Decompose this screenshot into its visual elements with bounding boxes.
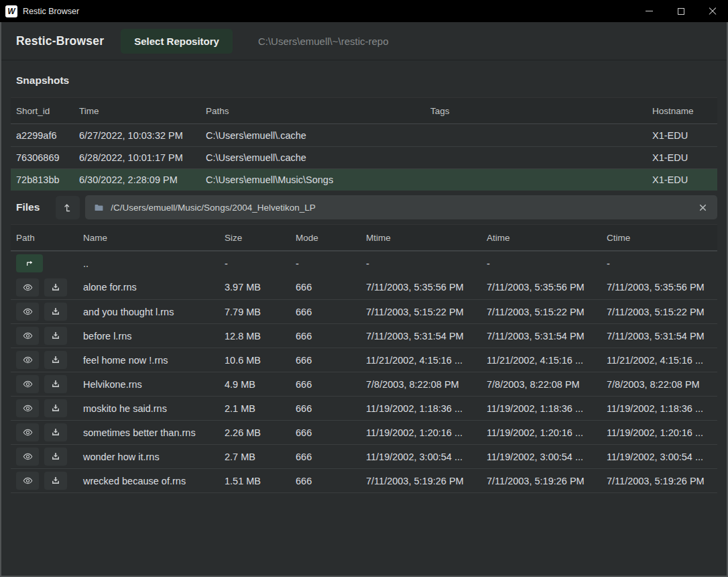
snapshot-hostname: X1-EDU: [647, 130, 717, 141]
file-row[interactable]: Helvikone.rns 4.9 MB 666 7/8/2003, 8:22:…: [11, 372, 717, 396]
download-file-button[interactable]: [44, 303, 67, 321]
file-atime: -: [481, 258, 601, 269]
file-mtime: 11/19/2002, 3:00:54 ...: [361, 452, 481, 462]
file-row[interactable]: wonder how it.rns 2.7 MB 666 11/19/2002,…: [11, 444, 717, 468]
page-title: Restic-Browser: [16, 34, 104, 48]
file-mtime: 7/11/2003, 5:31:54 PM: [361, 331, 481, 342]
view-file-button[interactable]: [16, 303, 39, 321]
file-ctime: -: [601, 258, 717, 269]
download-icon: [50, 476, 61, 486]
file-mode: 666: [290, 476, 361, 486]
snapshot-short-id: 72b813bb: [11, 174, 74, 185]
file-mtime: 7/11/2003, 5:19:26 PM: [361, 476, 481, 486]
download-file-button[interactable]: [44, 351, 67, 369]
file-ctime: 11/21/2002, 4:15:16 ...: [601, 355, 717, 366]
download-icon: [50, 403, 61, 413]
download-file-button[interactable]: [44, 375, 67, 393]
up-directory-button[interactable]: [56, 196, 80, 219]
file-ctime: 7/11/2003, 5:15:22 PM: [601, 307, 717, 317]
download-icon: [50, 379, 61, 389]
snapshot-time: 6/28/2022, 10:01:17 PM: [74, 152, 200, 163]
download-icon: [50, 452, 61, 462]
view-file-button[interactable]: [16, 423, 39, 441]
files-section-title: Files: [16, 201, 40, 213]
clear-path-button[interactable]: [696, 201, 709, 214]
current-path-value: /C/Users/emuell/Music/Songs/2004_Helveti…: [111, 203, 696, 213]
select-repository-button[interactable]: Select Repository: [121, 29, 233, 54]
column-header-time: Time: [74, 106, 200, 116]
minimize-button[interactable]: [633, 0, 665, 22]
view-file-button[interactable]: [16, 375, 39, 393]
file-row[interactable]: sometimes better than.rns 2.26 MB 666 11…: [11, 420, 717, 444]
snapshot-row[interactable]: 76306869 6/28/2022, 10:01:17 PM C:\Users…: [11, 146, 717, 168]
file-row[interactable]: before l.rns 12.8 MB 666 7/11/2003, 5:31…: [11, 323, 717, 348]
navigate-parent-button[interactable]: [16, 254, 43, 272]
files-bar: Files /C/Users/emuell/Music/Songs/2004_H…: [1, 191, 727, 224]
file-row[interactable]: and you thought l.rns 7.79 MB 666 7/11/2…: [11, 299, 717, 323]
file-size: 4.9 MB: [219, 379, 290, 390]
snapshot-time: 6/27/2022, 10:03:32 PM: [74, 130, 200, 141]
file-atime: 7/8/2003, 8:22:08 PM: [481, 379, 601, 390]
file-atime: 11/19/2002, 3:00:54 ...: [481, 452, 601, 462]
file-mode: 666: [290, 307, 361, 317]
file-row[interactable]: feel home now !.rns 10.6 MB 666 11/21/20…: [11, 348, 717, 372]
file-name: ..: [78, 258, 219, 269]
view-file-button[interactable]: [16, 351, 39, 369]
file-row[interactable]: alone for.rns 3.97 MB 666 7/11/2003, 5:3…: [11, 275, 717, 299]
current-path-input[interactable]: /C/Users/emuell/Music/Songs/2004_Helveti…: [85, 195, 717, 219]
app-window: Restic-Browser Select Repository C:\User…: [0, 22, 728, 577]
file-mtime: 11/21/2002, 4:15:16 ...: [361, 355, 481, 366]
snapshot-row[interactable]: a2299af6 6/27/2022, 10:03:32 PM C:\Users…: [11, 124, 717, 146]
repository-path: C:\Users\emuell\~\restic-repo: [258, 36, 389, 47]
eye-icon: [21, 282, 34, 293]
file-mode: 666: [290, 452, 361, 462]
download-file-button[interactable]: [44, 423, 67, 441]
file-row[interactable]: moskito he said.rns 2.1 MB 666 11/19/200…: [11, 396, 717, 420]
close-icon: [709, 7, 717, 15]
eye-icon: [21, 307, 34, 317]
file-ctime: 11/19/2002, 1:18:36 ...: [601, 403, 717, 414]
file-ctime: 11/19/2002, 1:20:16 ...: [601, 427, 717, 438]
snapshot-time: 6/30/2022, 2:28:09 PM: [74, 174, 200, 185]
file-size: 2.7 MB: [219, 452, 290, 462]
download-file-button[interactable]: [44, 278, 67, 297]
view-file-button[interactable]: [16, 399, 39, 417]
file-name: alone for.rns: [78, 282, 219, 293]
download-icon: [50, 331, 61, 341]
download-icon: [50, 355, 61, 365]
view-file-button[interactable]: [16, 278, 39, 297]
file-atime: 7/11/2003, 5:31:54 PM: [481, 331, 601, 342]
file-atime: 11/21/2002, 4:15:16 ...: [481, 355, 601, 366]
download-file-button[interactable]: [44, 327, 67, 345]
eye-icon: [21, 452, 34, 462]
level-up-icon: [62, 201, 74, 214]
view-file-button[interactable]: [16, 472, 39, 490]
file-name: wonder how it.rns: [78, 452, 219, 462]
parent-directory-row[interactable]: .. - - - - -: [11, 251, 717, 275]
maximize-button[interactable]: [665, 0, 696, 22]
window-titlebar: W Restic Browser: [0, 0, 728, 22]
column-header-paths: Paths: [200, 106, 425, 116]
file-size: 2.26 MB: [219, 427, 290, 438]
download-file-button[interactable]: [44, 448, 67, 466]
file-name: moskito he said.rns: [78, 403, 219, 414]
file-ctime: 7/11/2003, 5:31:54 PM: [601, 331, 717, 342]
file-name: and you thought l.rns: [78, 307, 219, 317]
column-header-atime: Atime: [481, 233, 601, 243]
column-header-mode: Mode: [290, 233, 361, 243]
column-header-name: Name: [78, 233, 219, 243]
view-file-button[interactable]: [16, 327, 39, 345]
clear-icon: [698, 203, 708, 213]
download-file-button[interactable]: [44, 472, 67, 490]
file-row[interactable]: wrecked because of.rns 1.51 MB 666 7/11/…: [11, 468, 717, 492]
snapshots-section-title: Snapshots: [1, 60, 727, 97]
download-icon: [50, 307, 61, 317]
view-file-button[interactable]: [16, 448, 39, 466]
close-button[interactable]: [696, 0, 728, 22]
file-size: 12.8 MB: [219, 331, 290, 342]
file-ctime: 7/11/2003, 5:19:26 PM: [601, 476, 717, 486]
snapshot-row-selected[interactable]: 72b813bb 6/30/2022, 2:28:09 PM C:\Users\…: [11, 168, 717, 191]
file-mode: 666: [290, 427, 361, 438]
file-atime: 7/11/2003, 5:15:22 PM: [481, 307, 601, 317]
download-file-button[interactable]: [44, 399, 67, 417]
